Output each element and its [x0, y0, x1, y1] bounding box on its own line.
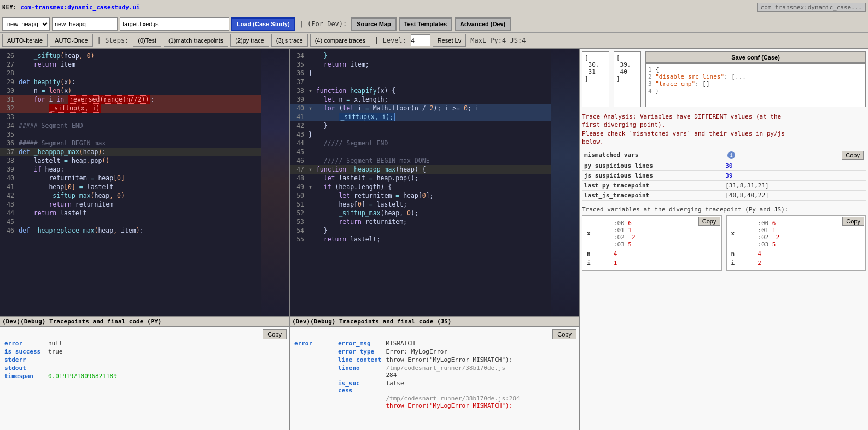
py-line-46: 46 def _heapreplace_max(heap, item):	[0, 226, 261, 235]
case-name-input[interactable]	[52, 17, 118, 31]
js-line-48: 48 let lastelt = heap.pop();	[290, 174, 551, 182]
step2-button[interactable]: (2)py trace	[230, 34, 269, 47]
step4-button[interactable]: (4) compare traces	[310, 34, 370, 47]
auto-once-button[interactable]: AUTO-Once	[50, 34, 92, 47]
test-templates-button[interactable]: Test Templates	[399, 17, 452, 31]
title-bar-right: com-transmex:dynamic_case...	[757, 3, 866, 12]
key-value: com-transmex:dynamic_casestudy	[20, 4, 129, 11]
py-line-28: 28	[0, 69, 261, 78]
python-output-bar: Copy error null is_success true stderr s…	[0, 326, 289, 430]
key-label: KEY: com-transmex:dynamic_casestudy.ui	[2, 4, 140, 11]
level-input[interactable]	[411, 34, 430, 46]
js-line-39: 39 let n = x.length;	[290, 95, 551, 104]
title-box: com-transmex:dynamic_case...	[757, 3, 866, 12]
python-minimap	[261, 49, 289, 316]
step1-button[interactable]: (1)match tracepoints	[164, 34, 228, 47]
py-line-44: 44 return lastelt	[0, 209, 261, 217]
py-line-38: 38 lastelt = heap.pop()	[0, 156, 261, 165]
trace-row-last-py-tracepoint: last_py_tracepoint [31,8,31,21]	[582, 180, 866, 190]
js-line-45: 45	[290, 148, 551, 156]
py-line-41: 41 heap[0] = lastelt	[0, 182, 261, 191]
js-output-is-success-row: is_success false	[292, 379, 576, 394]
py-line-26: 26 _siftup(heap, 0)	[0, 51, 261, 60]
toolbar1: new_heapq Load (Case Study) | (For Dev):…	[0, 15, 868, 33]
maxl-label: MaxL Py:4 JS:4	[468, 37, 528, 44]
py-line-33: 33	[0, 113, 261, 121]
js-line-35: 35 return item;	[290, 60, 551, 69]
toolbar2: AUTO-Iterate AUTO-Once | Steps: (0)Test …	[0, 33, 868, 49]
python-output-table: error null is_success true stderr stdout…	[2, 339, 287, 380]
auto-iterate-button[interactable]: AUTO-Iterate	[2, 34, 48, 47]
mismatched-vars-copy-button[interactable]: Copy	[842, 151, 864, 160]
js-line-55: 55 return lastelt;	[290, 235, 551, 244]
top-bar: KEY: com-transmex:dynamic_casestudy.ui c…	[0, 0, 868, 15]
js-line-51: 51 heap[0] = lastelt;	[290, 200, 551, 209]
js-line-38: 38 ▾ function heapify(x) {	[290, 86, 551, 95]
javascript-panel: 34 } 35 return item; 36 } 37	[290, 49, 580, 430]
js-line-47: 47 ▾ function _heappop_max(heap) {	[290, 165, 551, 174]
py-line-43: 43 return returnitem	[0, 200, 261, 209]
target-file-input[interactable]	[120, 17, 229, 31]
js-line-37: 37	[290, 78, 551, 86]
python-panel: 26 _siftup(heap, 0) 27 return item 28 29	[0, 49, 290, 430]
python-code-lines: 26 _siftup(heap, 0) 27 return item 28 29	[0, 49, 261, 316]
js-line-40: 40 ▾ for (let i = Math.floor(n / 2); i >…	[290, 104, 551, 113]
traced-vars-section: Traced variables at the diverging tracep…	[582, 206, 866, 271]
step3-button[interactable]: (3)js trace	[271, 34, 308, 47]
trace-row-mismatched-vars: mismatched_vars i Copy	[582, 150, 866, 161]
config-editor: 1 { 2 "disable_src_lines": [... 3 "trace…	[645, 63, 866, 107]
javascript-output-table: error error_msg MISMATCH error_type Erro…	[292, 339, 576, 410]
trace-row-js-suspicious: js_suspicious_lines 39	[582, 170, 866, 180]
py-var-copy-button[interactable]: Copy	[698, 217, 720, 226]
javascript-output-bar: Copy error error_msg MISMATCH error_type…	[290, 326, 579, 430]
js-line-52: 52 _siftup_max(heap, 0);	[290, 209, 551, 217]
js-line-34: 34 }	[290, 51, 551, 60]
py-var-i-row: i 1	[586, 259, 718, 267]
js-panel-footer: (Dev)(Debug) Tracepoints and final code …	[290, 316, 579, 326]
array-box-1: [ 30, 31 ]	[582, 51, 609, 107]
py-output-row-timespan: timespan 0.01919210096821189	[2, 372, 287, 380]
py-line-45: 45	[0, 217, 261, 226]
info-icon[interactable]: i	[727, 151, 735, 159]
js-line-36: 36 }	[290, 69, 551, 78]
case-study-dropdown[interactable]: new_heapq	[2, 17, 50, 31]
advanced-dev-button[interactable]: Advanced (Dev)	[455, 17, 511, 31]
level-label: | Level:	[372, 37, 409, 44]
py-line-30: 30 n = len(x)	[0, 86, 261, 95]
js-var-copy-button[interactable]: Copy	[842, 217, 864, 226]
trace-analysis-table: mismatched_vars i Copy py_suspicious_lin…	[582, 150, 866, 201]
python-code-area[interactable]: 26 _siftup(heap, 0) 27 return item 28 29	[0, 49, 289, 316]
source-map-button[interactable]: Source Map	[351, 17, 396, 31]
py-copy-button[interactable]: Copy	[263, 329, 287, 339]
py-panel-footer: (Dev)(Debug) Tracepoints and final code …	[0, 316, 289, 326]
py-line-39: 39 if heap:	[0, 165, 261, 174]
py-line-35: 35	[0, 130, 261, 139]
javascript-minimap	[551, 49, 579, 316]
javascript-code-lines: 34 } 35 return item; 36 } 37	[290, 49, 551, 316]
js-line-44: 44 ///// Segment END	[290, 139, 551, 148]
js-line-49: 49 ▾ if (heap.length) {	[290, 182, 551, 191]
traced-vars-label: Traced variables at the diverging tracep…	[582, 206, 866, 213]
javascript-code-area[interactable]: 34 } 35 return item; 36 } 37	[290, 49, 579, 316]
steps-label: | Steps:	[95, 37, 131, 44]
py-output-row-is-success: is_success true	[2, 347, 287, 356]
for-dev-label: | (For Dev):	[298, 20, 349, 28]
step0-button[interactable]: (0)Test	[133, 34, 161, 47]
py-line-29: 29 def heapify(x):	[0, 78, 261, 86]
js-var-i-row: i 2	[730, 259, 863, 267]
right-panel: [ 30, 31 ] [ 39, 40 ] Save conf (Case) 1…	[580, 49, 868, 430]
py-line-36: 36 ##### Segment BEGIN max	[0, 139, 261, 148]
reset-lv-button[interactable]: Reset Lv	[433, 34, 466, 47]
js-line-42: 42 }	[290, 121, 551, 130]
js-line-50: 50 let returnitem = heap[0];	[290, 191, 551, 200]
right-top-section: [ 30, 31 ] [ 39, 40 ] Save conf (Case) 1…	[582, 51, 866, 107]
py-line-32: 32 _siftup(x, i)	[0, 104, 261, 113]
array-box-2: [ 39, 40 ]	[614, 51, 641, 107]
js-copy-button[interactable]: Copy	[552, 329, 576, 339]
js-var-n-row: n 4	[730, 250, 863, 258]
js-var-box: Copy x :00 6 :01 1 :02 -2 :03 5	[726, 215, 866, 271]
js-output-extra-row: /tmp/codesnart_runner/38b170de.js:284 th…	[292, 394, 576, 410]
load-case-study-button[interactable]: Load (Case Study)	[231, 17, 295, 31]
save-conf-button[interactable]: Save conf (Case)	[645, 51, 866, 63]
trace-row-py-suspicious: py_suspicious_lines 30	[582, 161, 866, 170]
